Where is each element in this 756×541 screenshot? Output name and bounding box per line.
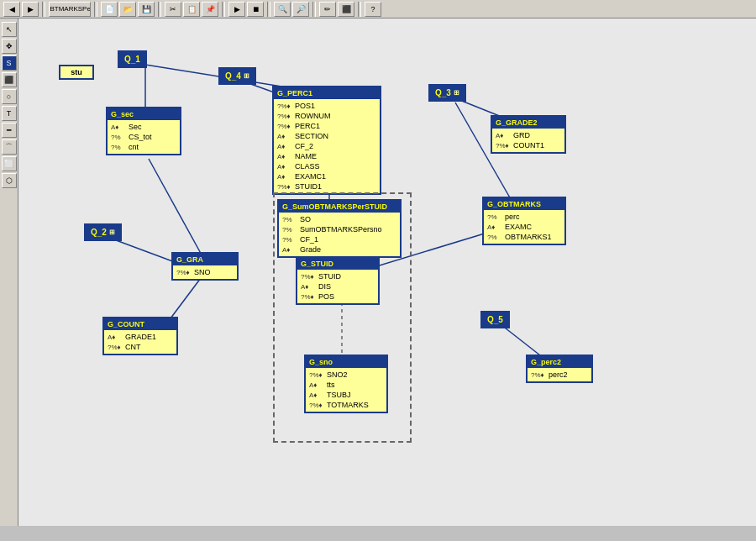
field-icon: ?%♦ [309,402,324,409]
g-count-node[interactable]: G_COUNT A♦ GRADE1 ?%♦ CNT [102,317,178,355]
toolbar: ◀ ▶ OBTMARKSPerf 📄 📂 💾 ✂ 📋 📌 ▶ ⏹ 🔍 🔎 ✏ ⬛… [0,0,756,18]
sidebar-btn[interactable]: ⌒ [2,139,17,155]
toolbar-btn[interactable]: ◀ [3,2,20,17]
sidebar-move[interactable]: ✥ [2,39,17,54]
field-icon: ?%♦ [496,142,511,150]
q2-box[interactable]: Q_2 ⊞ [84,223,122,241]
field-name: cnt [129,143,139,151]
field-name: STUID1 [295,182,322,191]
q5-label: Q_5 [487,315,503,324]
g-count-header: G_COUNT [104,318,176,330]
field-row: ?%♦ PERC1 [277,121,376,131]
sidebar-btn[interactable]: ○ [2,89,17,104]
field-icon: A♦ [487,223,502,231]
toolbar-separator [42,2,45,17]
toolbar-paste[interactable]: 📌 [202,2,218,17]
g-perc2-node[interactable]: G_perc2 ?%♦ perc2 [526,355,593,383]
q1-box[interactable]: Q_1 [118,50,147,68]
field-icon: A♦ [277,163,292,171]
toolbar-save[interactable]: 💾 [138,2,155,17]
toolbar-stop[interactable]: ⏹ [247,2,264,17]
field-row: A♦ GRADE1 [108,332,173,342]
toolbar-zoom-out[interactable]: 🔎 [292,2,309,17]
field-name: POS [318,292,334,301]
stu-label: stu [71,68,82,76]
sidebar: ↖ ✥ S ⬛ ○ T ━ ⌒ ⬜ ⬡ [0,18,18,526]
sidebar-btn[interactable]: T [2,106,17,121]
g-sum-body: ?% SO ?% SumOBTMARKSPersno ?% CF_1 A♦ Gr… [279,213,400,256]
field-icon: ?%♦ [277,113,292,120]
field-icon: A♦ [282,246,297,254]
field-row: ?% CF_1 [282,234,396,244]
toolbar-open[interactable]: 📂 [119,2,136,17]
stu-box[interactable]: stu [59,65,94,80]
field-name: CLASS [295,162,320,171]
g-grade2-title: G_GRADE2 [496,118,538,127]
g-gra-node[interactable]: G_GRA ?%♦ SNO [171,252,239,281]
field-row: ?%♦ SNO [176,267,234,277]
sidebar-btn[interactable]: S [2,55,17,71]
q2-label: Q_2 [91,228,107,237]
sidebar-btn[interactable]: ⬡ [2,173,17,188]
q4-label: Q_4 [225,71,241,81]
g-gra-body: ?%♦ SNO [173,265,237,279]
q1-label: Q_1 [124,55,140,64]
field-row: A♦ Grade [282,244,396,255]
field-icon: ?%♦ [301,293,316,301]
g-sum-node[interactable]: G_SumOBTMARKSPerSTUID ?% SO ?% SumOBTMAR… [277,199,402,258]
field-name: SNO [194,268,211,276]
g-sno-node[interactable]: G_sno ?%♦ SNO2 A♦ tts A♦ TSUBJ ?%♦ TOTMA… [304,355,388,413]
toolbar-separator [222,2,225,17]
toolbar-separator [267,2,270,17]
field-name: COUNT1 [513,141,544,150]
toolbar-btn[interactable]: OBTMARKSPerf [49,2,91,17]
g-stuid-node[interactable]: G_STUID ?%♦ STUID A♦ DIS ?%♦ POS [296,256,380,305]
g-obtmarks-title: G_OBTMARKS [487,200,541,208]
g-grade2-node[interactable]: G_GRADE2 A♦ GRD ?%♦ COUNT1 [491,115,566,154]
g-stuid-title: G_STUID [301,260,333,268]
sidebar-select[interactable]: ↖ [2,22,17,37]
g-obtmarks-header: G_OBTMARKS [484,198,564,210]
q3-label: Q_3 [435,88,451,97]
g-perc1-node[interactable]: G_PERC1 ?%♦ POS1 ?%♦ ROWNUM ?%♦ PERC1 A♦… [272,86,381,195]
field-name: TSUBJ [327,391,351,399]
field-icon: ?%♦ [301,273,316,281]
toolbar-new[interactable]: 📄 [101,2,118,17]
field-name: CF_1 [300,235,318,244]
field-icon: ?% [487,213,502,221]
field-name: CS_tot [129,133,152,141]
field-icon: ?% [111,134,126,141]
toolbar-separator [358,2,361,17]
field-row: ?% cnt [111,142,176,152]
q3-box[interactable]: Q_3 ⊞ [428,84,466,102]
g-obtmarks-node[interactable]: G_OBTMARKS ?% perc A♦ EXAMC ?% OBTMARKS1 [482,197,566,245]
field-name: GRADE1 [125,333,156,341]
toolbar-zoom-in[interactable]: 🔍 [274,2,291,17]
toolbar-edit[interactable]: ✏ [319,2,336,17]
toolbar-cut[interactable]: ✂ [165,2,181,17]
field-row: ?%♦ POS1 [277,101,376,111]
q4-box[interactable]: Q_4 ⊞ [218,67,256,85]
field-icon: ?%♦ [277,123,292,130]
q5-box[interactable]: Q_5 [480,311,510,328]
sidebar-btn[interactable]: ━ [2,123,17,138]
sidebar-btn[interactable]: ⬜ [2,156,17,171]
field-row: ?%♦ COUNT1 [496,140,561,150]
g-grade2-header: G_GRADE2 [492,117,564,129]
field-icon: ?% [111,144,126,151]
field-name: CF_2 [295,142,313,150]
toolbar-run[interactable]: ▶ [228,2,245,17]
field-name: CNT [125,343,141,351]
g-sec-title: G_sec [111,110,134,118]
field-icon: ?% [487,234,502,241]
g-sec-node[interactable]: G_sec A♦ Sec ?% CS_tot ?% cnt [106,107,181,155]
toolbar-copy[interactable]: 📋 [183,2,200,17]
toolbar-separator [312,2,316,17]
toolbar-btn[interactable]: ▶ [22,2,39,17]
g-perc1-header: G_PERC1 [274,87,380,99]
toolbar-help[interactable]: ? [365,2,381,17]
field-row: A♦ EXAMC [487,222,561,232]
toolbar-select[interactable]: ⬛ [338,2,354,17]
sidebar-btn[interactable]: ⬛ [2,72,17,87]
field-icon: ?%♦ [277,183,292,191]
